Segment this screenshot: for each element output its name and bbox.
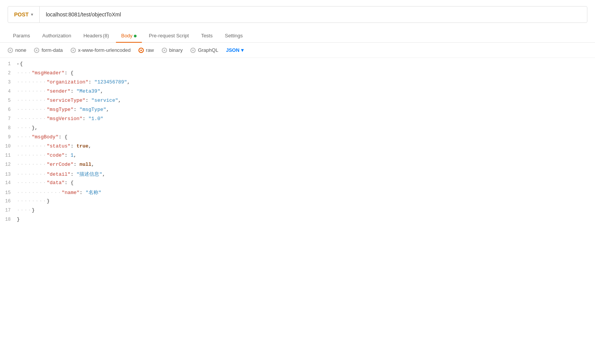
- json-chevron-icon: ▾: [241, 47, 244, 53]
- line-content: ········"detail": "描述信息",: [15, 171, 595, 178]
- line-number: 7: [0, 116, 15, 122]
- body-type-urlencoded[interactable]: x-www-form-urlencoded: [71, 47, 131, 53]
- radio-formdata-icon: [34, 48, 39, 53]
- code-line-3: 3········"organization": "123456789",: [0, 79, 595, 88]
- code-line-8: 8····},: [0, 125, 595, 134]
- line-number: 12: [0, 162, 15, 167]
- line-number: 3: [0, 80, 15, 85]
- line-content: ········}: [15, 198, 595, 204]
- line-number: 9: [0, 135, 15, 140]
- tab-authorization[interactable]: Authorization: [37, 29, 77, 42]
- code-line-16: 16········}: [0, 198, 595, 207]
- json-format-selector[interactable]: JSON ▾: [226, 47, 243, 53]
- radio-urlencoded-icon: [71, 48, 76, 53]
- body-type-raw[interactable]: raw: [138, 47, 154, 53]
- line-number: 14: [0, 180, 15, 186]
- body-type-none[interactable]: none: [8, 47, 26, 53]
- code-line-1: 1▾{: [0, 61, 595, 70]
- body-type-form-data[interactable]: form-data: [34, 47, 63, 53]
- line-number: 6: [0, 107, 15, 112]
- tab-settings[interactable]: Settings: [219, 29, 248, 42]
- code-line-2: 2····"msgHeader": {: [0, 70, 595, 79]
- line-content: ············"name": "名称": [15, 189, 595, 196]
- line-content: ▾{: [15, 61, 595, 67]
- method-chevron-icon: ▾: [31, 12, 33, 17]
- line-number: 1: [0, 61, 15, 67]
- body-type-bar: none form-data x-www-form-urlencoded raw…: [0, 43, 595, 58]
- line-content: ········"status": true,: [15, 143, 595, 149]
- line-number: 10: [0, 144, 15, 149]
- code-line-10: 10········"status": true,: [0, 143, 595, 152]
- body-type-graphql[interactable]: GraphQL: [190, 47, 218, 53]
- headers-badge: (8): [103, 33, 109, 38]
- tab-params[interactable]: Params: [8, 29, 35, 42]
- line-number: 4: [0, 89, 15, 94]
- code-line-11: 11········"code": 1,: [0, 152, 595, 162]
- line-content: ········"msgType": "msgType",: [15, 107, 595, 112]
- line-number: 16: [0, 199, 15, 204]
- tab-prerequest[interactable]: Pre-request Script: [143, 29, 194, 42]
- radio-none-icon: [8, 48, 13, 53]
- line-content: ····},: [15, 125, 595, 131]
- code-line-13: 13········"detail": "描述信息",: [0, 171, 595, 180]
- method-selector[interactable]: POST ▾: [8, 6, 40, 22]
- code-line-17: 17····}: [0, 207, 595, 216]
- line-content: ········"organization": "123456789",: [15, 79, 595, 85]
- url-input[interactable]: [40, 11, 587, 18]
- code-line-12: 12········"errCode": null,: [0, 162, 595, 171]
- radio-raw-icon: [138, 48, 144, 53]
- code-line-14: 14········"data": {: [0, 180, 595, 189]
- line-number: 11: [0, 153, 15, 158]
- code-line-5: 5········"serviceType": "service",: [0, 98, 595, 107]
- line-content: ····"msgHeader": {: [15, 70, 595, 76]
- line-number: 13: [0, 172, 15, 177]
- line-number: 18: [0, 217, 15, 222]
- line-content: ········"sender": "Meta39",: [15, 88, 595, 94]
- line-content: ····"msgBody": {: [15, 134, 595, 140]
- url-bar: POST ▾: [8, 6, 587, 23]
- code-line-7: 7········"msgVersion": "1.0": [0, 116, 595, 125]
- line-number: 8: [0, 125, 15, 131]
- line-content: ········"msgVersion": "1.0": [15, 116, 595, 122]
- http-method: POST: [14, 11, 29, 18]
- code-editor[interactable]: 1▾{2····"msgHeader": {3········"organiza…: [0, 58, 595, 271]
- line-content: ········"data": {: [15, 180, 595, 186]
- line-content: ········"code": 1,: [15, 152, 595, 158]
- code-line-15: 15············"name": "名称": [0, 189, 595, 198]
- radio-binary-icon: [162, 48, 167, 53]
- line-number: 17: [0, 208, 15, 213]
- radio-graphql-icon: [190, 48, 196, 53]
- body-type-binary[interactable]: binary: [162, 47, 183, 53]
- line-content: }: [15, 216, 595, 222]
- line-content: ········"errCode": null,: [15, 162, 595, 167]
- line-number: 2: [0, 71, 15, 76]
- tab-tests[interactable]: Tests: [196, 29, 218, 42]
- line-number: 5: [0, 98, 15, 103]
- line-number: 15: [0, 190, 15, 196]
- code-line-4: 4········"sender": "Meta39",: [0, 88, 595, 98]
- code-line-18: 18}: [0, 216, 595, 226]
- code-line-6: 6········"msgType": "msgType",: [0, 107, 595, 116]
- tab-headers[interactable]: Headers(8): [78, 29, 114, 42]
- code-line-9: 9····"msgBody": {: [0, 134, 595, 143]
- line-content: ········"serviceType": "service",: [15, 98, 595, 103]
- tab-body[interactable]: Body: [116, 29, 142, 42]
- body-active-dot: [134, 35, 137, 37]
- line-content: ····}: [15, 207, 595, 213]
- tab-bar: Params Authorization Headers(8) Body Pre…: [0, 29, 595, 43]
